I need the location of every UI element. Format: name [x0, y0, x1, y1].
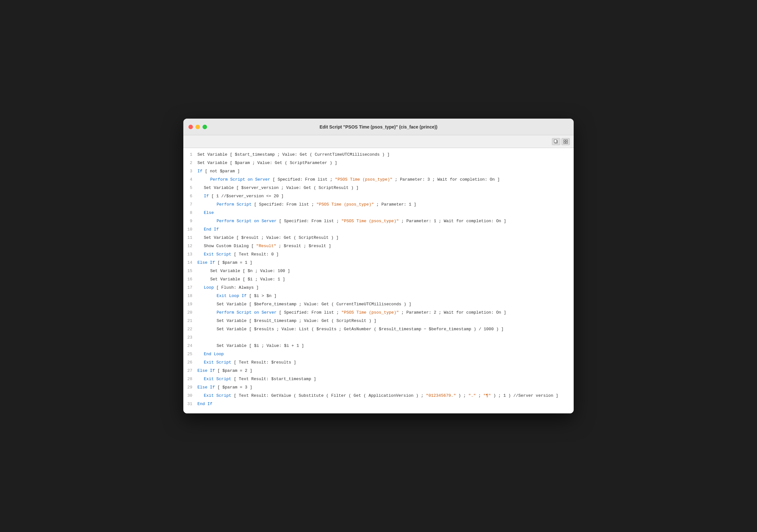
- code-token-string: "¶": [483, 393, 491, 398]
- line-5[interactable]: 5Set Variable [ $server_version ; Value:…: [183, 185, 574, 193]
- code-token-kw: End Loop: [204, 352, 224, 356]
- line-8[interactable]: 8Else: [183, 210, 574, 218]
- line-number: 2: [183, 160, 197, 165]
- line-number: 24: [183, 343, 197, 348]
- line-number: 28: [183, 377, 197, 381]
- fullscreen-icon: [563, 139, 568, 144]
- toolbar: [183, 135, 574, 148]
- line-number: 25: [183, 352, 197, 356]
- line-9[interactable]: 9Perform Script on Server [ Specified: F…: [183, 218, 574, 227]
- line-24[interactable]: 24Set Variable [ $i ; Value: $i + 1 ]: [183, 343, 574, 351]
- line-number: 17: [183, 285, 197, 290]
- code-token-string: ".": [469, 393, 476, 398]
- line-content: Else If [ $param = 3 ]: [197, 385, 253, 390]
- line-29[interactable]: 29Else If [ $param = 3 ]: [183, 385, 574, 393]
- copy-icon: [554, 139, 558, 144]
- line-1[interactable]: 1Set Variable [ $start_timestamp ; Value…: [183, 152, 574, 160]
- window-title: Edit Script "PSOS Time (psos_type)" (cis…: [319, 125, 438, 129]
- line-18[interactable]: 18Exit Loop If [ $i > $n ]: [183, 293, 574, 301]
- line-number: 8: [183, 210, 197, 215]
- code-token-black: [ $i > $n ]: [247, 294, 277, 298]
- close-button[interactable]: [189, 125, 193, 129]
- code-token-black: ; Parameter: 1 ]: [374, 202, 416, 207]
- line-21[interactable]: 21Set Variable [ $result_timestamp ; Val…: [183, 318, 574, 326]
- line-content: Exit Script [ Text Result: GetValue ( Su…: [197, 393, 558, 398]
- minimize-button[interactable]: [196, 125, 200, 129]
- code-token-black: Set Variable [ $before_timestamp ; Value…: [217, 302, 411, 307]
- code-token-kw: Perform Script: [217, 202, 252, 207]
- line-15[interactable]: 15Set Variable [ $n ; Value: 100 ]: [183, 268, 574, 277]
- line-11[interactable]: 11Set Variable [ $result ; Value: Get ( …: [183, 235, 574, 243]
- code-token-kw: Exit Script: [204, 377, 231, 381]
- line-number: 11: [183, 235, 197, 240]
- code-token-string: "012345679.": [426, 393, 456, 398]
- code-token-black: Set Variable [ $n ; Value: 100 ]: [210, 268, 290, 273]
- line-12[interactable]: 12Show Custom Dialog [ "Result" ; $resul…: [183, 243, 574, 252]
- line-number: 21: [183, 319, 197, 323]
- line-3[interactable]: 3If [ not $param ]: [183, 168, 574, 177]
- code-token-kw: Exit Script: [204, 360, 231, 365]
- line-6[interactable]: 6If [ 1 //$server_version <= 20 ]: [183, 193, 574, 202]
- line-14[interactable]: 14Else If [ $param = 1 ]: [183, 260, 574, 268]
- line-25[interactable]: 25End Loop: [183, 351, 574, 360]
- fullscreen-button[interactable]: [561, 138, 570, 145]
- line-16[interactable]: 16Set Variable [ $i ; Value: 1 ]: [183, 277, 574, 285]
- line-4[interactable]: 4Perform Script on Server [ Specified: F…: [183, 177, 574, 185]
- line-content: Set Variable [ $result ; Value: Get ( Sc…: [197, 235, 339, 240]
- code-token-black: [ Text Result: $results ]: [231, 360, 296, 365]
- code-token-string: "PSOS Time (psos_type)": [317, 202, 374, 207]
- line-content: Perform Script on Server [ Specified: Fr…: [197, 177, 500, 182]
- maximize-button[interactable]: [202, 125, 207, 129]
- line-number: 23: [183, 335, 197, 340]
- line-number: 12: [183, 244, 197, 248]
- code-token-kw: End If: [197, 402, 212, 406]
- code-token-black: Set Variable [ $start_timestamp ; Value:…: [197, 152, 390, 157]
- svg-rect-5: [566, 142, 568, 144]
- line-20[interactable]: 20Perform Script on Server [ Specified: …: [183, 310, 574, 318]
- line-content: Perform Script [ Specified: From list ; …: [197, 202, 416, 207]
- line-19[interactable]: 19Set Variable [ $before_timestamp ; Val…: [183, 301, 574, 310]
- line-number: 16: [183, 277, 197, 282]
- line-13[interactable]: 13Exit Script [ Text Result: 0 ]: [183, 252, 574, 260]
- line-content: Else If [ $param = 2 ]: [197, 368, 253, 373]
- code-token-kw: Perform Script on Server: [210, 177, 270, 182]
- line-content: Exit Script [ Text Result: 0 ]: [197, 252, 279, 257]
- line-number: 3: [183, 169, 197, 174]
- code-token-kw: Exit Script: [204, 252, 231, 257]
- code-token-black: Set Variable [ $i ; Value: $i + 1 ]: [217, 343, 304, 348]
- copy-button[interactable]: [552, 138, 560, 145]
- line-content: Show Custom Dialog [ "Result" ; $result …: [197, 244, 331, 248]
- code-token-black: ; $result ; $result ]: [276, 244, 331, 248]
- line-number: 13: [183, 252, 197, 257]
- line-22[interactable]: 22Set Variable [ $results ; Value: List …: [183, 326, 574, 335]
- line-content: Set Variable [ $param ; Value: Get ( Scr…: [197, 160, 337, 165]
- code-token-black: ; Parameter: 1 ; Wait for completion: On…: [399, 219, 506, 223]
- line-30[interactable]: 30Exit Script [ Text Result: GetValue ( …: [183, 393, 574, 401]
- line-28[interactable]: 28Exit Script [ Text Result: $start_time…: [183, 376, 574, 385]
- line-23[interactable]: 23: [183, 335, 574, 343]
- line-7[interactable]: 7Perform Script [ Specified: From list ;…: [183, 202, 574, 210]
- line-26[interactable]: 26Exit Script [ Text Result: $results ]: [183, 360, 574, 368]
- line-17[interactable]: 17Loop [ Flush: Always ]: [183, 285, 574, 293]
- line-content: Set Variable [ $i ; Value: 1 ]: [197, 277, 285, 282]
- line-number: 30: [183, 393, 197, 398]
- line-content: Exit Script [ Text Result: $start_timest…: [197, 377, 316, 381]
- code-token-kw: Exit Script: [204, 393, 231, 398]
- line-number: 15: [183, 268, 197, 273]
- code-token-black: ;: [476, 393, 483, 398]
- line-27[interactable]: 27Else If [ $param = 2 ]: [183, 368, 574, 376]
- line-number: 14: [183, 260, 197, 265]
- line-2[interactable]: 2Set Variable [ $param ; Value: Get ( Sc…: [183, 160, 574, 168]
- line-content: Set Variable [ $server_version ; Value: …: [197, 185, 359, 190]
- line-31[interactable]: 31End If: [183, 401, 574, 409]
- line-10[interactable]: 10End If: [183, 227, 574, 235]
- line-number: 18: [183, 294, 197, 298]
- code-token-kw: If: [197, 169, 202, 174]
- line-number: 27: [183, 368, 197, 373]
- code-token-string: "PSOS Time (psos_type)": [341, 219, 399, 223]
- code-token-black: ) ; 1 ) //Server version ]: [491, 393, 558, 398]
- line-number: 7: [183, 202, 197, 207]
- code-token-kw: Loop: [204, 285, 214, 290]
- line-content: Loop [ Flush: Always ]: [197, 285, 259, 290]
- code-token-black: [ Specified: From list ;: [252, 202, 317, 207]
